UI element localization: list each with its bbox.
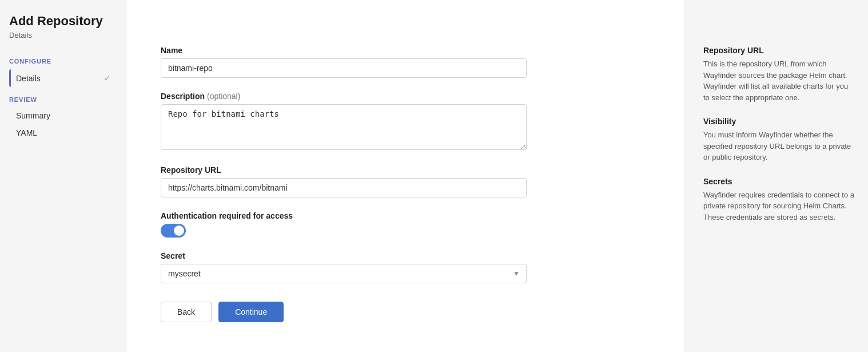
- name-group: Name: [161, 46, 662, 78]
- repo-url-label: Repository URL: [161, 165, 662, 175]
- help-visibility: Visibility You must inform Wayfinder whe…: [703, 117, 854, 163]
- repo-url-input[interactable]: [161, 178, 527, 197]
- help-panel: Repository URL This is the repository UR…: [685, 0, 868, 352]
- description-label: Description(optional): [161, 92, 662, 101]
- help-visibility-title: Visibility: [703, 117, 854, 126]
- back-button[interactable]: Back: [161, 302, 212, 322]
- page-subtitle: Details: [9, 31, 117, 39]
- button-row: Back Continue: [161, 302, 662, 322]
- sidebar-item-yaml[interactable]: YAML: [9, 125, 117, 141]
- toggle-track: [161, 224, 186, 238]
- toggle-thumb: [174, 226, 184, 236]
- auth-label: Authentication required for access: [161, 211, 662, 220]
- help-repo-url: Repository URL This is the repository UR…: [703, 46, 854, 103]
- sidebar-item-summary-label: Summary: [16, 111, 50, 120]
- name-label: Name: [161, 46, 662, 55]
- help-visibility-text: You must inform Wayfinder whether the sp…: [703, 129, 854, 163]
- auth-toggle[interactable]: [161, 224, 186, 238]
- secret-select[interactable]: mysecret: [161, 264, 527, 283]
- sidebar-item-details[interactable]: Details ✓: [9, 69, 117, 87]
- main-content: Name Description(optional) Repository UR…: [126, 0, 685, 352]
- name-input[interactable]: [161, 58, 527, 78]
- help-repo-url-text: This is the repository URL from which Wa…: [703, 58, 854, 103]
- help-secrets-text: Wayfinder requires credentials to connec…: [703, 189, 854, 223]
- sidebar-item-details-label: Details: [16, 74, 41, 83]
- secret-label: Secret: [161, 251, 662, 260]
- description-group: Description(optional): [161, 92, 662, 152]
- repo-url-group: Repository URL: [161, 165, 662, 197]
- auth-group: Authentication required for access: [161, 211, 662, 238]
- review-section-label: Review: [9, 96, 117, 103]
- help-repo-url-title: Repository URL: [703, 46, 854, 55]
- secret-group: Secret mysecret ▼: [161, 251, 662, 283]
- help-secrets: Secrets Wayfinder requires credentials t…: [703, 177, 854, 223]
- help-secrets-title: Secrets: [703, 177, 854, 186]
- configure-section-label: Configure: [9, 58, 117, 65]
- secret-select-wrapper: mysecret ▼: [161, 264, 527, 283]
- check-icon: ✓: [103, 73, 111, 84]
- sidebar-item-yaml-label: YAML: [16, 128, 37, 137]
- sidebar: Add Repository Details Configure Details…: [0, 0, 126, 352]
- auth-toggle-wrapper: [161, 224, 662, 238]
- page-title: Add Repository: [9, 14, 117, 29]
- description-input[interactable]: [161, 104, 527, 150]
- continue-button[interactable]: Continue: [218, 302, 284, 322]
- sidebar-item-summary[interactable]: Summary: [9, 108, 117, 124]
